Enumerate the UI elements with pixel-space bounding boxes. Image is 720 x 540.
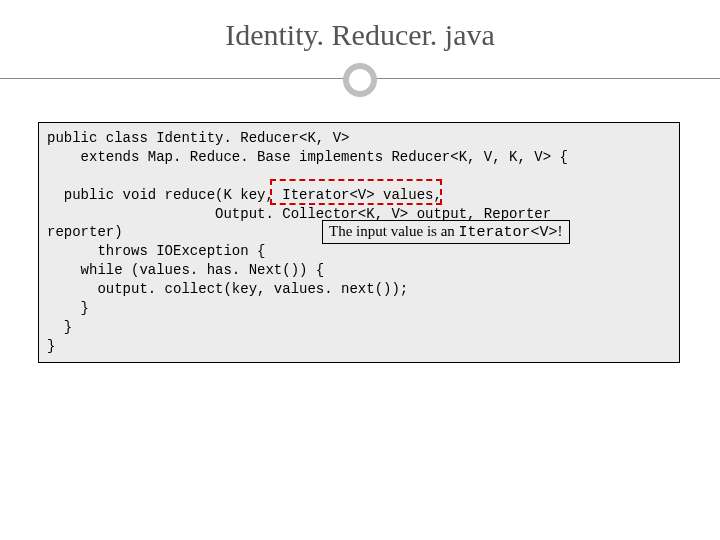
callout-text-suffix: ! — [558, 223, 563, 239]
code-line: } — [47, 319, 72, 335]
code-line: } — [47, 338, 55, 354]
code-line: while (values. has. Next()) { — [47, 262, 324, 278]
code-line: throws IOException { — [47, 243, 265, 259]
callout-text-prefix: The input value is an — [329, 223, 459, 239]
code-line: output. collect(key, values. next()); — [47, 281, 408, 297]
callout-text-code: Iterator<V> — [459, 224, 558, 241]
code-line: public class Identity. Reducer<K, V> — [47, 130, 349, 146]
code-line: } — [47, 300, 89, 316]
code-line: reporter) — [47, 224, 123, 240]
ring-icon — [343, 63, 377, 97]
code-line: public void reduce(K key, Iterator<V> va… — [47, 187, 442, 203]
page-title: Identity. Reducer. java — [0, 0, 720, 52]
callout-box: The input value is an Iterator<V>! — [322, 220, 570, 244]
code-line: extends Map. Reduce. Base implements Red… — [47, 149, 568, 165]
slide: Identity. Reducer. java public class Ide… — [0, 0, 720, 540]
